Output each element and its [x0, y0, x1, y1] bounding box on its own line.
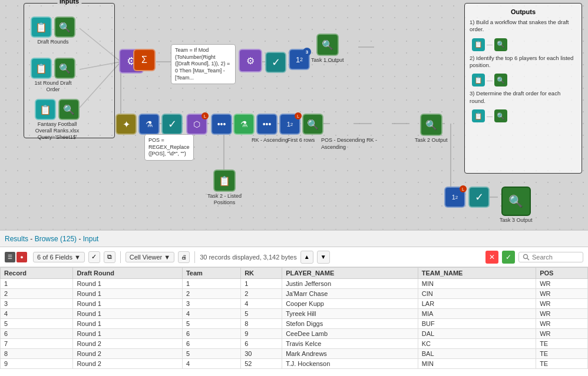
- output1-icons: 📋 — 🔍: [472, 38, 577, 51]
- table-row: 8Round 2530Mark AndrewsBALTE: [1, 349, 588, 359]
- svg-line-24: [527, 258, 529, 260]
- output2-browse-icon[interactable]: 🔍: [494, 74, 507, 86]
- table-row: 3Round 134Cooper KuppLARWR: [1, 299, 588, 309]
- sum-node: Σ: [133, 49, 156, 71]
- sort1-icon[interactable]: ⬡ L: [186, 114, 207, 135]
- copy-btn[interactable]: ⧉: [104, 251, 115, 263]
- col-team[interactable]: Team: [182, 268, 240, 279]
- print-icon[interactable]: 🖨: [178, 251, 190, 263]
- rec-icon[interactable]: ●: [16, 252, 27, 262]
- check1-icon[interactable]: ✓: [265, 52, 286, 73]
- formula-pos-box: POS = REGEX_Replace ([POS], "\d*", ""): [144, 134, 194, 161]
- task2-listed-label: Task 2 - Listed Positions: [207, 193, 242, 206]
- sep1: [120, 251, 121, 263]
- outputs-label: Outputs: [470, 8, 577, 15]
- settings2-node: ⚙: [239, 49, 262, 72]
- cell-viewer-button[interactable]: Cell Viewer ▼: [125, 252, 174, 262]
- draft-rounds-input-icon[interactable]: 📋: [31, 16, 52, 38]
- col-record: Record: [1, 268, 73, 279]
- col-team-name[interactable]: TEAM_NAME: [418, 268, 536, 279]
- multiply-node: ✦: [115, 114, 137, 135]
- up-arrow-btn[interactable]: ▲: [300, 251, 313, 264]
- output-item-2: 2) Identify the top 6 players for each l…: [470, 55, 577, 69]
- table-row: 6Round 169CeeDee LambDALWR: [1, 329, 588, 339]
- dots2-node: •••: [256, 114, 278, 135]
- col-draft-round[interactable]: Draft Round: [73, 268, 183, 279]
- task3-browse-icon[interactable]: 🔍: [501, 187, 531, 216]
- output1-input-icon[interactable]: 📋: [472, 38, 485, 51]
- task1-output-label: Task 1 Output: [311, 57, 344, 64]
- search-input[interactable]: [532, 254, 579, 261]
- dots2-icon[interactable]: •••: [256, 114, 278, 135]
- sort2-icon[interactable]: 12 L: [279, 114, 300, 135]
- ff-ranks-browse-icon[interactable]: 🔍: [58, 99, 80, 120]
- col-rk[interactable]: RK: [241, 268, 282, 279]
- output3-browse-icon[interactable]: 🔍: [494, 109, 507, 122]
- sort1-node: ⬡ L: [186, 114, 207, 135]
- first6-label: First 6 rows: [280, 137, 322, 143]
- output2-icons: 📋 — 🔍: [472, 74, 577, 86]
- checkmark-btn[interactable]: ✓: [88, 251, 100, 263]
- round1-browse-icon[interactable]: 🔍: [54, 58, 75, 79]
- flask2-icon[interactable]: ⚗: [138, 114, 160, 135]
- check1-node: ✓: [265, 52, 286, 73]
- table-row: 4Round 145Tyreek HillMIAWR: [1, 309, 588, 319]
- fields-button[interactable]: 6 of 6 Fields ▼: [33, 252, 85, 262]
- config-icon[interactable]: ☰: [5, 252, 15, 262]
- close-results-btn[interactable]: ✕: [485, 251, 498, 264]
- pos-desc-label: POS - Descending RK - Ascending: [321, 137, 380, 151]
- output3-input-icon[interactable]: 📋: [472, 109, 485, 122]
- task2-browse-icon[interactable]: 🔍: [420, 114, 442, 136]
- svg-point-23: [524, 254, 528, 258]
- ff-ranks-label: Fantasy Football Overall Ranks.xlsx Quer…: [31, 121, 84, 140]
- num-node1: 12 3: [289, 49, 310, 70]
- col-player-name[interactable]: PLAYER_NAME: [282, 268, 418, 279]
- task2-listed-node: 📋 Task 2 - Listed Positions: [207, 169, 242, 206]
- round1-draft-node: 📋 🔍 1st Round Draft Order: [31, 58, 75, 93]
- results-title: Results - Browse (125) - Input: [5, 235, 98, 243]
- left-toolbar-icons: ☰ ●: [5, 252, 27, 262]
- ff-ranks-node: 📋 🔍 Fantasy Football Overall Ranks.xlsx …: [31, 99, 84, 140]
- num-icon1[interactable]: 12 3: [289, 49, 310, 70]
- search-box: [518, 252, 583, 262]
- task2-listed-icon[interactable]: 📋: [213, 169, 236, 192]
- task3-sort-node: 12 L: [444, 187, 465, 208]
- records-info: 30 records displayed, 3,142 bytes: [200, 254, 297, 261]
- round1-label: 1st Round Draft Order: [32, 80, 74, 93]
- sort2-node: 12 L: [279, 114, 300, 135]
- browse2-icon[interactable]: 🔍: [302, 114, 323, 135]
- output2-input-icon[interactable]: 📋: [472, 74, 485, 86]
- sep2: [194, 251, 195, 263]
- input-link[interactable]: Input: [83, 235, 99, 243]
- check3-icon[interactable]: ✓: [468, 187, 490, 208]
- results-header: Results - Browse (125) - Input: [0, 231, 588, 247]
- confirm-results-btn[interactable]: ✓: [502, 251, 515, 264]
- browse-link[interactable]: Browse (125): [35, 235, 77, 243]
- ff-ranks-input-icon[interactable]: 📋: [35, 99, 56, 120]
- col-pos[interactable]: POS: [536, 268, 588, 279]
- workflow-canvas: Inputs 📋 🔍 Draft Rounds 📋 🔍 1st Round Dr…: [0, 0, 588, 229]
- check2-icon[interactable]: ✓: [161, 114, 183, 135]
- inputs-label: Inputs: [57, 0, 81, 5]
- settings2-icon[interactable]: ⚙: [239, 49, 262, 72]
- task3-output-label: Task 3 Output: [500, 217, 533, 224]
- browse2-node: 🔍: [302, 114, 323, 135]
- test-tubes-icon[interactable]: ⚗: [233, 114, 255, 135]
- down-arrow-btn[interactable]: ▼: [317, 251, 330, 264]
- draft-rounds-browse-icon[interactable]: 🔍: [54, 16, 75, 38]
- draft-rounds-node: 📋 🔍 Draft Rounds: [31, 16, 75, 45]
- toolbar: ☰ ● 6 of 6 Fields ▼ ✓ ⧉ Cell Viewer ▼ 🖨 …: [0, 247, 588, 267]
- output1-browse-icon[interactable]: 🔍: [494, 38, 507, 51]
- task2-browse-node: 🔍 Task 2 Output: [415, 114, 448, 144]
- table-body: 1Round 111Justin JeffersonMINWR2Round 12…: [1, 279, 588, 369]
- draft-rounds-label: Draft Rounds: [37, 39, 68, 45]
- multiply-icon[interactable]: ✦: [115, 114, 137, 135]
- browse1-icon[interactable]: 🔍: [316, 34, 339, 56]
- search-icon: [523, 254, 530, 261]
- table-row: 9Round 2452T.J. HockensonMINTE: [1, 359, 588, 369]
- dots1-icon[interactable]: •••: [211, 114, 232, 135]
- results-panel: Results - Browse (125) - Input ☰ ● 6 of …: [0, 229, 588, 376]
- task3-sort-icon[interactable]: 12 L: [444, 187, 465, 208]
- sum-icon[interactable]: Σ: [133, 49, 156, 71]
- round1-input-icon[interactable]: 📋: [31, 58, 52, 79]
